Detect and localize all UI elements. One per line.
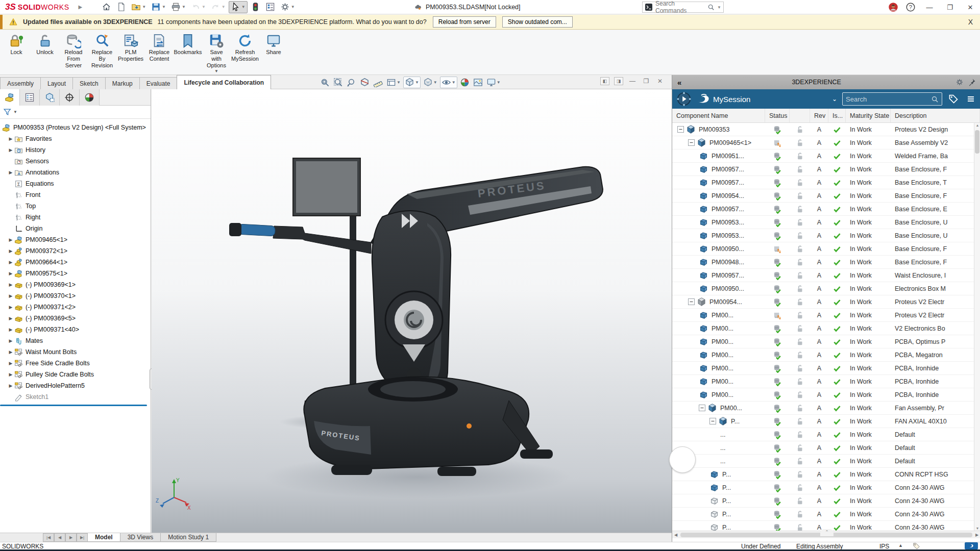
component-row-pm00[interactable]: PM00...AIn WorkPCBA, Ironhide [672,362,980,375]
tab-evaluate[interactable]: Evaluate [139,77,178,89]
print-button[interactable]: ▼ [169,1,188,13]
plm-properties-button[interactable]: PLMProperties [117,32,144,62]
replace-by-revision-button[interactable]: ReplaceByRevision [89,32,115,68]
hud-eye-button[interactable]: ▼ [440,77,457,88]
expand-arrow-icon[interactable]: ▶ [7,170,14,175]
component-row-p[interactable]: P...AIn WorkConn 24-30 AWG [672,508,980,521]
featuremanager-tab-pt-pm[interactable] [20,89,40,106]
bookmarks-button[interactable]: Bookmarks [175,32,201,55]
tree-item-pm009371-2[interactable]: ▶(-) PM009371<2> [0,302,151,313]
hud-sheet-caret-icon[interactable]: ▼ [397,80,401,85]
component-row-[interactable]: ...AIn WorkDefault [672,455,980,468]
expand-arrow-icon[interactable]: ▶ [7,361,14,366]
statusbar-tag-icon[interactable] [913,542,920,549]
tree-item-sketch1[interactable]: Sketch1 [0,391,151,403]
tab-sketch[interactable]: Sketch [72,77,106,89]
tree-item-pm009369-5[interactable]: ▶(-) PM009369<5> [0,313,151,324]
listicon-button[interactable] [263,1,277,13]
component-row-p[interactable]: P...AIn WorkCONN RCPT HSG [672,468,980,481]
column-header-status[interactable]: Status [765,109,790,122]
reload-from-server-button[interactable]: ReloadFromServer [60,32,87,68]
rollback-bar[interactable] [0,405,147,406]
home-button[interactable] [100,1,113,13]
expand-arrow-icon[interactable]: ▶ [7,271,14,276]
share-button[interactable]: Share [260,32,287,55]
gear-button[interactable]: ▼ [278,1,297,13]
minimize-button[interactable]: — [923,2,936,12]
tree-item-free-side-cradle-bolts[interactable]: ▶Free Side Cradle Bolts [0,358,151,369]
panel-gear-icon[interactable] [955,78,964,86]
statusbar-3dx-chip[interactable] [965,542,978,549]
component-row-[interactable]: ...AIn WorkDefault [672,441,980,455]
scroll-down-icon[interactable]: ▼ [974,527,980,530]
column-header-rev[interactable]: Rev [810,109,828,122]
replace-content-button[interactable]: ReplaceContent [146,32,173,62]
expand-arrow-icon[interactable]: ▶ [7,305,14,310]
featuremanager-tab-pt-cfg[interactable] [40,89,60,106]
tab-next-icon[interactable]: ▶ [65,533,77,542]
scroll-up-icon[interactable]: ▲ [974,123,980,127]
tree-item-waist-mount-bolts[interactable]: ▶Waist Mount Bolts [0,346,151,358]
component-row-pm00[interactable]: PM00...AIn WorkPCBA, Ironhide [672,375,980,388]
unlock-button[interactable]: Unlock [32,32,58,55]
component-row-pm00[interactable]: PM00...AIn WorkProteus V2 Electr [672,309,980,322]
component-row-pm009465-1[interactable]: PM009465<1>AIn WorkBase Assembly V2 [672,136,980,149]
expand-arrow-icon[interactable]: ▶ [7,338,14,343]
hud-zoomfit-button[interactable] [319,77,331,88]
tab-prev-icon[interactable]: ◀ [54,533,65,542]
tree-item-pm009370-1[interactable]: ▶(-) PM009370<1> [0,290,151,302]
open-button[interactable]: ▼ [129,1,148,13]
tree-item-origin[interactable]: Origin [0,223,151,234]
component-row-pm00953[interactable]: PM00953...AIn WorkBase Enclosure, U [672,216,980,229]
component-row-p[interactable]: P...AIn WorkConn 24-30 AWG [672,494,980,508]
component-row-pm00951[interactable]: PM00951...AIn WorkWelded Frame, Ba [672,149,980,163]
tab-assembly[interactable]: Assembly [0,77,41,89]
model-tab-model[interactable]: Model [87,533,120,542]
column-header-description[interactable]: Description [891,109,980,122]
component-row-[interactable]: ...AIn WorkDefault [672,428,980,441]
tree-item-sensors[interactable]: Sensors [0,156,151,167]
filter-funnel-icon[interactable] [3,108,12,116]
hud-ball-button[interactable] [459,77,471,88]
assistant-bubble[interactable] [669,446,696,473]
expand-arrow-icon[interactable]: ▶ [7,136,14,141]
expand-arrow-icon[interactable]: ▶ [7,383,14,388]
hud-cube-button[interactable]: ▼ [403,77,421,88]
search-caret-icon[interactable]: ▼ [717,5,721,10]
print-caret-icon[interactable]: ▼ [182,5,186,9]
dock-right-icon[interactable]: ◨ [614,77,623,85]
help-icon[interactable]: ? [905,2,916,12]
hscroll-left-icon[interactable]: ◀ [672,533,679,537]
tab-layout[interactable]: Layout [40,77,73,89]
column-header-lock[interactable] [790,109,810,122]
viewport-minimize-icon[interactable]: — [628,77,637,85]
dock-left-icon[interactable]: ◧ [600,77,609,85]
tree-item-top[interactable]: Top [0,201,151,212]
hud-measure-button[interactable] [372,77,384,88]
ribbon-caret-icon[interactable]: ▼ [214,69,218,73]
model-tab-3d-views[interactable]: 3D Views [120,533,161,542]
component-row-pm00957[interactable]: PM00957...AIn WorkBase Enclosure, T [672,176,980,189]
restore-button[interactable]: ❐ [943,2,957,12]
tree-filter-bar[interactable]: ▼ [0,106,151,119]
statusbar-units[interactable]: IPS [879,543,889,550]
featuremanager-tab-pt-dm[interactable] [80,89,100,106]
tree-item-history[interactable]: ▶History [0,144,151,156]
hud-section-button[interactable] [359,77,371,88]
filter-caret-icon[interactable]: ▼ [13,110,17,114]
hud-monitor-caret-icon[interactable]: ▼ [497,80,501,85]
search-icon[interactable] [707,4,715,11]
component-row-pm00[interactable]: PM00...AIn WorkFan Assembly, Pr [672,402,980,415]
component-row-pm00954[interactable]: PM00954...AIn WorkProteus V2 Electr [672,295,980,309]
component-row-pm00[interactable]: PM00...AIn WorkPCBA, Ironhide [672,388,980,402]
tree-item-equations[interactable]: ΣEquations [0,178,151,189]
tab-markup[interactable]: Markup [105,77,140,89]
collapse-box-icon[interactable] [677,126,684,133]
featuremanager-tab-pt-asm[interactable] [0,89,20,106]
collapse-box-icon[interactable] [709,418,716,424]
menu-expand-arrow[interactable]: ▶ [78,4,82,10]
panel-pin-icon[interactable] [968,78,976,86]
hud-prev-button[interactable] [346,77,357,88]
save-caret-icon[interactable]: ▼ [162,5,166,9]
component-row-pm00948[interactable]: PM00948...AIn WorkBase Enclosure, F [672,256,980,269]
